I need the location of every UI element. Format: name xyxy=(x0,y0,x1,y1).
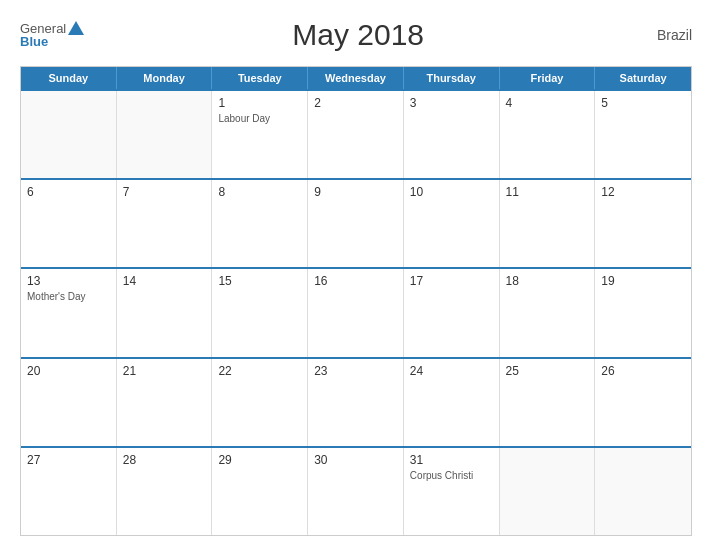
header-day-friday: Friday xyxy=(500,67,596,89)
calendar-cell: 4 xyxy=(500,91,596,178)
day-number: 18 xyxy=(506,274,589,288)
calendar-cell: 5 xyxy=(595,91,691,178)
calendar-cell xyxy=(500,448,596,535)
calendar-cell: 18 xyxy=(500,269,596,356)
calendar-cell: 25 xyxy=(500,359,596,446)
calendar-cell: 11 xyxy=(500,180,596,267)
calendar-cell: 23 xyxy=(308,359,404,446)
calendar-grid: SundayMondayTuesdayWednesdayThursdayFrid… xyxy=(20,66,692,536)
day-event: Labour Day xyxy=(218,112,301,125)
calendar-cell: 3 xyxy=(404,91,500,178)
header-day-wednesday: Wednesday xyxy=(308,67,404,89)
calendar-cell: 8 xyxy=(212,180,308,267)
calendar-week-4: 20212223242526 xyxy=(21,357,691,446)
day-number: 14 xyxy=(123,274,206,288)
logo-triangle-icon xyxy=(68,21,84,35)
day-number: 20 xyxy=(27,364,110,378)
calendar-cell: 31Corpus Christi xyxy=(404,448,500,535)
logo-blue: Blue xyxy=(20,35,48,48)
day-number: 31 xyxy=(410,453,493,467)
calendar-week-5: 2728293031Corpus Christi xyxy=(21,446,691,535)
calendar-cell: 2 xyxy=(308,91,404,178)
day-number: 4 xyxy=(506,96,589,110)
header-day-monday: Monday xyxy=(117,67,213,89)
calendar-cell: 26 xyxy=(595,359,691,446)
day-event: Mother's Day xyxy=(27,290,110,303)
logo: General Blue xyxy=(20,22,84,48)
header-day-thursday: Thursday xyxy=(404,67,500,89)
country-label: Brazil xyxy=(632,27,692,43)
day-event: Corpus Christi xyxy=(410,469,493,482)
calendar-cell: 30 xyxy=(308,448,404,535)
day-number: 27 xyxy=(27,453,110,467)
day-number: 7 xyxy=(123,185,206,199)
calendar-cell xyxy=(595,448,691,535)
day-number: 24 xyxy=(410,364,493,378)
calendar-cell xyxy=(117,91,213,178)
day-number: 12 xyxy=(601,185,685,199)
day-number: 16 xyxy=(314,274,397,288)
page-header: General Blue May 2018 Brazil xyxy=(20,18,692,52)
header-day-sunday: Sunday xyxy=(21,67,117,89)
calendar-cell: 28 xyxy=(117,448,213,535)
calendar-cell: 17 xyxy=(404,269,500,356)
calendar-cell: 12 xyxy=(595,180,691,267)
calendar-cell: 20 xyxy=(21,359,117,446)
day-number: 6 xyxy=(27,185,110,199)
day-number: 1 xyxy=(218,96,301,110)
header-day-saturday: Saturday xyxy=(595,67,691,89)
calendar-cell: 21 xyxy=(117,359,213,446)
day-number: 25 xyxy=(506,364,589,378)
day-number: 10 xyxy=(410,185,493,199)
day-number: 30 xyxy=(314,453,397,467)
calendar-cell: 14 xyxy=(117,269,213,356)
calendar-week-1: 1Labour Day2345 xyxy=(21,89,691,178)
calendar-body: 1Labour Day2345678910111213Mother's Day1… xyxy=(21,89,691,535)
header-day-tuesday: Tuesday xyxy=(212,67,308,89)
day-number: 29 xyxy=(218,453,301,467)
calendar-cell: 6 xyxy=(21,180,117,267)
day-number: 9 xyxy=(314,185,397,199)
day-number: 11 xyxy=(506,185,589,199)
calendar-cell: 10 xyxy=(404,180,500,267)
day-number: 3 xyxy=(410,96,493,110)
day-number: 5 xyxy=(601,96,685,110)
calendar-page: General Blue May 2018 Brazil SundayMonda… xyxy=(0,0,712,550)
calendar-cell: 13Mother's Day xyxy=(21,269,117,356)
day-number: 17 xyxy=(410,274,493,288)
day-number: 28 xyxy=(123,453,206,467)
day-number: 2 xyxy=(314,96,397,110)
day-number: 22 xyxy=(218,364,301,378)
day-number: 19 xyxy=(601,274,685,288)
calendar-cell: 7 xyxy=(117,180,213,267)
calendar-cell: 15 xyxy=(212,269,308,356)
calendar-cell: 29 xyxy=(212,448,308,535)
day-number: 23 xyxy=(314,364,397,378)
calendar-cell: 22 xyxy=(212,359,308,446)
day-number: 26 xyxy=(601,364,685,378)
calendar-cell: 24 xyxy=(404,359,500,446)
page-title: May 2018 xyxy=(84,18,632,52)
day-number: 21 xyxy=(123,364,206,378)
calendar-cell: 1Labour Day xyxy=(212,91,308,178)
calendar-cell: 16 xyxy=(308,269,404,356)
calendar-cell xyxy=(21,91,117,178)
calendar-week-3: 13Mother's Day141516171819 xyxy=(21,267,691,356)
day-number: 8 xyxy=(218,185,301,199)
calendar-cell: 9 xyxy=(308,180,404,267)
day-number: 13 xyxy=(27,274,110,288)
calendar-header: SundayMondayTuesdayWednesdayThursdayFrid… xyxy=(21,67,691,89)
day-number: 15 xyxy=(218,274,301,288)
calendar-cell: 19 xyxy=(595,269,691,356)
calendar-week-2: 6789101112 xyxy=(21,178,691,267)
calendar-cell: 27 xyxy=(21,448,117,535)
